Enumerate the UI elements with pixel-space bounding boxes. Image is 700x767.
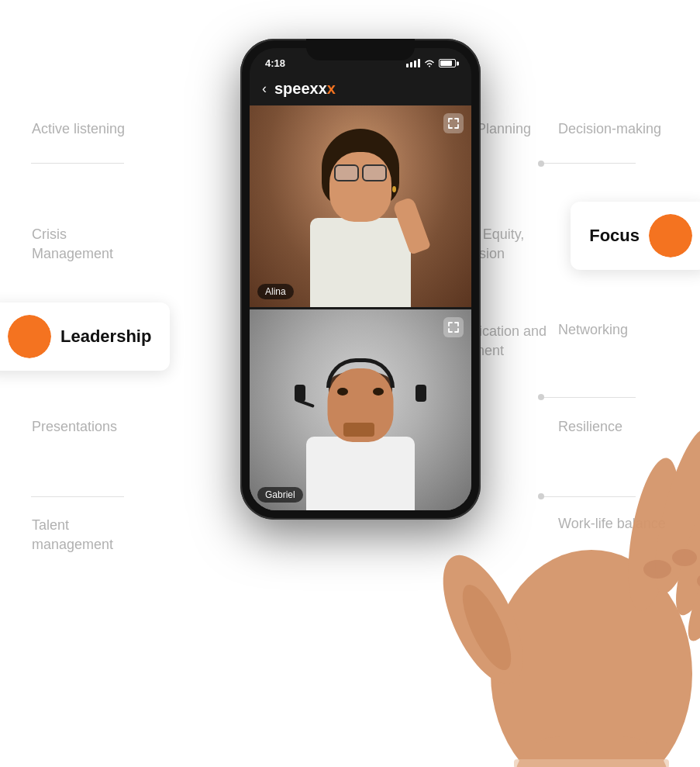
topic-presentations: Presentations — [32, 419, 117, 435]
deco-line-6 — [543, 496, 636, 497]
svg-rect-6 — [514, 736, 669, 767]
battery-icon — [439, 59, 456, 67]
phone-screen: 4:18 — [250, 48, 471, 510]
video-tile-top: Alina — [250, 105, 471, 307]
svg-point-10 — [453, 579, 521, 676]
participant-bottom-name: Gabriel — [257, 487, 303, 503]
expand-top-button[interactable] — [443, 113, 464, 133]
video-section: Alina — [250, 105, 471, 510]
svg-point-7 — [643, 560, 671, 579]
leadership-label: Leadership — [60, 326, 151, 347]
svg-point-2 — [619, 454, 688, 615]
wifi-icon — [424, 59, 435, 67]
svg-point-0 — [491, 550, 692, 767]
leadership-icon — [8, 315, 51, 358]
expand-bottom-button[interactable] — [443, 317, 464, 337]
focus-icon — [649, 214, 692, 257]
deco-line-1 — [31, 163, 124, 164]
focus-label: Focus — [589, 226, 640, 246]
topic-resilience: Resilience — [558, 419, 622, 435]
signal-bar-3 — [414, 60, 416, 67]
svg-point-8 — [672, 549, 697, 566]
signal-bar-1 — [406, 64, 409, 67]
topic-crisis-management: CrisisManagement — [32, 225, 113, 264]
svg-rect-11 — [514, 759, 669, 767]
focus-card: Focus — [571, 202, 700, 270]
status-icons — [406, 59, 456, 67]
deco-dot-2 — [538, 394, 544, 400]
battery-fill — [440, 60, 452, 66]
leadership-card: Leadership — [0, 302, 170, 371]
video-tile-bottom: Gabriel — [250, 309, 471, 511]
svg-point-9 — [697, 573, 700, 589]
app-logo: speexxx — [274, 80, 336, 98]
woman-video-bg — [250, 105, 471, 307]
deco-dot-3 — [538, 493, 544, 499]
svg-point-3 — [643, 423, 700, 599]
back-button[interactable]: ‹ — [262, 81, 267, 97]
participant-top-name: Alina — [257, 284, 294, 299]
expand-bottom-icon — [448, 322, 459, 333]
svg-point-1 — [427, 544, 540, 695]
topic-decision-making: Decision-making — [558, 121, 661, 137]
deco-line-4 — [543, 163, 636, 164]
deco-line-3 — [31, 496, 124, 497]
phone-body: 4:18 — [240, 39, 481, 520]
topic-networking: Networking — [558, 322, 628, 338]
man-video-bg — [250, 309, 471, 511]
app-header: ‹ speexxx — [250, 74, 471, 105]
phone-mockup: 4:18 — [240, 39, 481, 520]
topic-active-listening: Active listening — [32, 121, 125, 137]
signal-bar-2 — [410, 62, 412, 67]
expand-top-icon — [448, 118, 459, 129]
signal-bars — [406, 59, 420, 67]
svg-point-5 — [678, 515, 700, 648]
topic-work-life-balance: Work-life balance — [558, 516, 666, 532]
signal-bar-4 — [418, 59, 420, 67]
svg-point-4 — [664, 463, 700, 621]
status-time: 4:18 — [265, 57, 285, 69]
deco-dot-1 — [538, 161, 544, 167]
topic-talent-management: Talentmanagement — [32, 516, 113, 555]
deco-line-5 — [543, 397, 636, 398]
phone-notch — [306, 39, 415, 60]
